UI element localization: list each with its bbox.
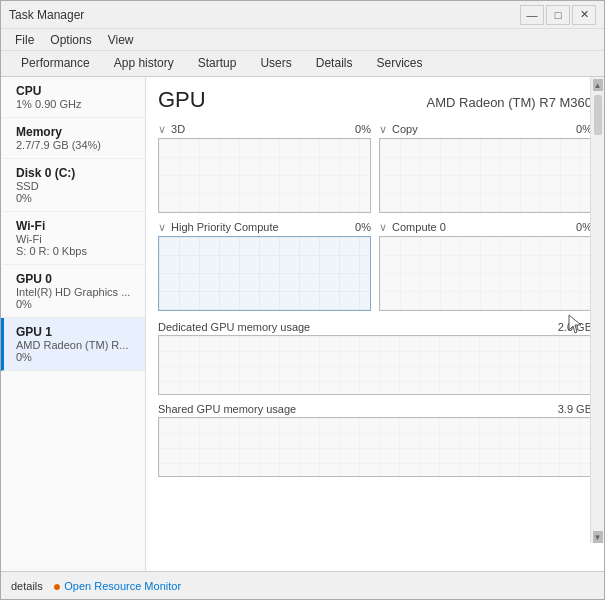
sidebar-wifi-sub2: S: 0 R: 0 Kbps xyxy=(16,245,137,257)
title-bar: Task Manager — □ ✕ xyxy=(1,1,604,29)
window-controls: — □ ✕ xyxy=(520,5,596,25)
menu-file[interactable]: File xyxy=(7,31,42,49)
memory-shared-label-row: Shared GPU memory usage 3.9 GB xyxy=(158,403,592,415)
sidebar-item-memory[interactable]: Memory 2.7/7.9 GB (34%) xyxy=(1,118,145,159)
close-button[interactable]: ✕ xyxy=(572,5,596,25)
sidebar-wifi-sub1: Wi-Fi xyxy=(16,233,137,245)
chart-hp-box xyxy=(158,236,371,311)
menu-view[interactable]: View xyxy=(100,31,142,49)
menu-options[interactable]: Options xyxy=(42,31,99,49)
chart-hp-percent: 0% xyxy=(355,221,371,234)
sidebar-gpu1-sub2: 0% xyxy=(16,351,137,363)
minimize-button[interactable]: — xyxy=(520,5,544,25)
memory-dedicated-value: 2.0 GB xyxy=(558,321,592,333)
scroll-thumb[interactable] xyxy=(594,95,602,135)
memory-dedicated-section: Dedicated GPU memory usage 2.0 GB xyxy=(158,321,592,395)
memory-shared-section: Shared GPU memory usage 3.9 GB xyxy=(158,403,592,477)
chevron-3d-icon: ∨ xyxy=(158,123,166,135)
sidebar-disk0-sub1: SSD xyxy=(16,180,137,192)
tab-bar: Performance App history Startup Users De… xyxy=(1,51,604,77)
memory-shared-svg xyxy=(159,418,591,476)
scroll-up-button[interactable]: ▲ xyxy=(593,79,603,91)
sidebar-memory-title: Memory xyxy=(16,125,137,139)
chart-copy-svg xyxy=(380,139,591,212)
svg-rect-2 xyxy=(159,237,370,310)
chart-c0-label: ∨ Compute 0 xyxy=(379,221,446,234)
tab-services[interactable]: Services xyxy=(364,52,434,76)
svg-rect-5 xyxy=(159,418,591,476)
chart-copy-box xyxy=(379,138,592,213)
content-area: CPU 1% 0.90 GHz Memory 2.7/7.9 GB (34%) … xyxy=(1,77,604,571)
sidebar-item-gpu1[interactable]: GPU 1 AMD Radeon (TM) R... 0% xyxy=(1,318,145,371)
memory-dedicated-label: Dedicated GPU memory usage xyxy=(158,321,310,333)
sidebar-gpu0-title: GPU 0 xyxy=(16,272,137,286)
sidebar-disk0-title: Disk 0 (C:) xyxy=(16,166,137,180)
chart-c0-svg xyxy=(380,237,591,310)
memory-dedicated-label-row: Dedicated GPU memory usage 2.0 GB xyxy=(158,321,592,333)
chart-copy-label-row: ∨ Copy 0% xyxy=(379,123,592,136)
sidebar-item-gpu0[interactable]: GPU 0 Intel(R) HD Graphics ... 0% xyxy=(1,265,145,318)
chart-3d-svg xyxy=(159,139,370,212)
scroll-down-button[interactable]: ▼ xyxy=(593,531,603,543)
svg-rect-3 xyxy=(380,237,591,310)
svg-rect-0 xyxy=(159,139,370,212)
open-resource-monitor-link[interactable]: ● Open Resource Monitor xyxy=(53,578,181,594)
svg-rect-4 xyxy=(159,336,591,394)
gpu-header: GPU AMD Radeon (TM) R7 M360 xyxy=(158,87,592,113)
chevron-copy-icon: ∨ xyxy=(379,123,387,135)
memory-shared-box xyxy=(158,417,592,477)
sidebar-item-wifi[interactable]: Wi-Fi Wi-Fi S: 0 R: 0 Kbps xyxy=(1,212,145,265)
footer-details: details xyxy=(11,580,43,592)
memory-shared-value: 3.9 GB xyxy=(558,403,592,415)
chart-3d: ∨ 3D 0% xyxy=(158,123,371,213)
chevron-hp-icon: ∨ xyxy=(158,221,166,233)
sidebar-item-disk0[interactable]: Disk 0 (C:) SSD 0% xyxy=(1,159,145,212)
tab-performance[interactable]: Performance xyxy=(9,52,102,76)
chart-3d-label-row: ∨ 3D 0% xyxy=(158,123,371,136)
main-panel: GPU AMD Radeon (TM) R7 M360 ∨ 3D 0% xyxy=(146,77,604,571)
tab-details[interactable]: Details xyxy=(304,52,365,76)
sidebar-item-cpu[interactable]: CPU 1% 0.90 GHz xyxy=(1,77,145,118)
sidebar-memory-sub: 2.7/7.9 GB (34%) xyxy=(16,139,137,151)
chart-compute0: ∨ Compute 0 0% xyxy=(379,221,592,311)
tab-startup[interactable]: Startup xyxy=(186,52,249,76)
gpu-title: GPU xyxy=(158,87,206,113)
tab-users[interactable]: Users xyxy=(248,52,303,76)
sidebar-cpu-sub: 1% 0.90 GHz xyxy=(16,98,137,110)
sidebar-gpu1-sub1: AMD Radeon (TM) R... xyxy=(16,339,137,351)
chart-copy: ∨ Copy 0% xyxy=(379,123,592,213)
resource-monitor-icon: ● xyxy=(53,578,61,594)
task-manager-window: Task Manager — □ ✕ File Options View Per… xyxy=(0,0,605,600)
memory-dedicated-box xyxy=(158,335,592,395)
chart-c0-box xyxy=(379,236,592,311)
maximize-button[interactable]: □ xyxy=(546,5,570,25)
chart-c0-label-row: ∨ Compute 0 0% xyxy=(379,221,592,234)
memory-shared-label: Shared GPU memory usage xyxy=(158,403,296,415)
sidebar-gpu1-title: GPU 1 xyxy=(16,325,137,339)
gpu-model: AMD Radeon (TM) R7 M360 xyxy=(427,95,592,110)
tab-app-history[interactable]: App history xyxy=(102,52,186,76)
memory-dedicated-svg xyxy=(159,336,591,394)
chart-3d-percent: 0% xyxy=(355,123,371,136)
scrollbar[interactable]: ▲ ▼ xyxy=(590,77,604,543)
sidebar-disk0-sub2: 0% xyxy=(16,192,137,204)
svg-rect-1 xyxy=(380,139,591,212)
chart-high-priority: ∨ High Priority Compute 0% xyxy=(158,221,371,311)
chart-3d-label: ∨ 3D xyxy=(158,123,185,136)
chart-hp-label-row: ∨ High Priority Compute 0% xyxy=(158,221,371,234)
sidebar: CPU 1% 0.90 GHz Memory 2.7/7.9 GB (34%) … xyxy=(1,77,146,571)
charts-grid: ∨ 3D 0% xyxy=(158,123,592,311)
chart-3d-box xyxy=(158,138,371,213)
menu-bar: File Options View xyxy=(1,29,604,51)
chevron-c0-icon: ∨ xyxy=(379,221,387,233)
window-title: Task Manager xyxy=(9,8,84,22)
footer: details ● Open Resource Monitor xyxy=(1,571,604,599)
sidebar-gpu0-sub1: Intel(R) HD Graphics ... xyxy=(16,286,137,298)
chart-hp-label: ∨ High Priority Compute xyxy=(158,221,279,234)
sidebar-wifi-title: Wi-Fi xyxy=(16,219,137,233)
chart-hp-svg xyxy=(159,237,370,310)
sidebar-gpu0-sub2: 0% xyxy=(16,298,137,310)
chart-copy-label: ∨ Copy xyxy=(379,123,418,136)
sidebar-cpu-title: CPU xyxy=(16,84,137,98)
